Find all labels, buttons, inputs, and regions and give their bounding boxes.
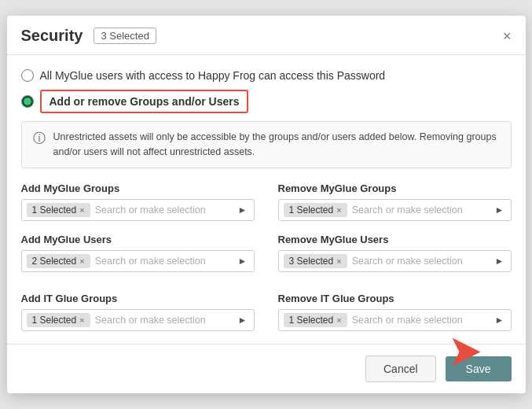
remove-myglue-users-chip-remove[interactable]: × [336,256,341,266]
remove-myglue-users-label: Remove MyGlue Users [278,234,512,245]
security-modal: Security 3 Selected × All MyGlue users w… [7,16,526,393]
add-myglue-groups-placeholder: Search or make selection [95,204,232,216]
add-myglue-users-label: Add MyGlue Users [21,234,255,245]
add-it-groups-placeholder: Search or make selection [95,315,232,326]
close-button[interactable]: × [503,29,512,43]
add-myglue-groups-group: Add MyGlue Groups 1 Selected × Search or… [21,182,255,221]
add-it-groups-chip: 1 Selected × [27,313,90,327]
add-myglue-groups-chip: 1 Selected × [27,203,90,217]
remove-myglue-groups-chip: 1 Selected × [284,203,347,217]
remove-myglue-groups-input[interactable]: 1 Selected × Search or make selection ► [278,199,512,221]
add-myglue-groups-arrow[interactable]: ► [237,204,249,216]
remove-it-groups-arrow[interactable]: ► [493,315,506,326]
add-it-groups-label: Add IT Glue Groups [21,293,255,304]
remove-myglue-users-group: Remove MyGlue Users 3 Selected × Search … [278,234,512,272]
modal-title: Security [21,27,83,45]
remove-myglue-groups-group: Remove MyGlue Groups 1 Selected × Search… [278,182,512,221]
remove-myglue-users-chip: 3 Selected × [284,254,347,268]
add-myglue-groups-input[interactable]: 1 Selected × Search or make selection ► [21,199,255,221]
modal-header: Security 3 Selected × [7,16,526,55]
info-text: Unrestricted assets will only be accessi… [53,130,500,160]
add-myglue-users-chip: 2 Selected × [27,254,90,268]
add-myglue-users-arrow[interactable]: ► [237,256,249,267]
modal-footer: Cancel Save [7,344,526,393]
selected-badge: 3 Selected [94,28,156,44]
add-it-groups-group: Add IT Glue Groups 1 Selected × Search o… [21,293,255,331]
add-myglue-users-placeholder: Search or make selection [95,256,232,267]
save-button[interactable]: Save [446,356,512,381]
radio-option-2[interactable]: Add or remove Groups and/or Users [21,90,512,113]
remove-it-groups-input[interactable]: 1 Selected × Search or make selection ► [278,309,512,331]
add-myglue-users-chip-remove[interactable]: × [79,256,84,266]
remove-it-groups-label: Remove IT Glue Groups [278,293,512,304]
radio-option-2-label: Add or remove Groups and/or Users [50,95,240,108]
info-icon: ⓘ [33,131,46,147]
remove-it-groups-chip-remove[interactable]: × [336,315,341,325]
remove-myglue-users-placeholder: Search or make selection [352,256,489,267]
add-myglue-groups-label: Add MyGlue Groups [21,182,255,194]
info-box: ⓘ Unrestricted assets will only be acces… [21,121,512,168]
modal-body: All MyGlue users with access to Happy Fr… [7,55,526,344]
remove-it-groups-chip: 1 Selected × [284,313,347,327]
remove-myglue-users-input[interactable]: 3 Selected × Search or make selection ► [278,250,512,272]
radio-all-users[interactable] [21,69,34,82]
remove-myglue-groups-arrow[interactable]: ► [493,204,506,216]
remove-myglue-groups-label: Remove MyGlue Groups [278,182,512,194]
add-myglue-users-group: Add MyGlue Users 2 Selected × Search or … [21,234,255,272]
remove-it-groups-group: Remove IT Glue Groups 1 Selected × Searc… [278,293,512,331]
radio-option-1-label: All MyGlue users with access to Happy Fr… [40,69,386,82]
add-myglue-groups-chip-remove[interactable]: × [79,205,84,215]
radio-option-1[interactable]: All MyGlue users with access to Happy Fr… [21,69,512,82]
add-it-groups-chip-remove[interactable]: × [79,315,84,325]
add-it-groups-input[interactable]: 1 Selected × Search or make selection ► [21,309,255,331]
remove-myglue-groups-chip-remove[interactable]: × [336,205,341,215]
remove-it-groups-placeholder: Search or make selection [352,315,489,326]
radio-option-2-box: Add or remove Groups and/or Users [40,90,249,113]
remove-myglue-users-arrow[interactable]: ► [493,256,506,267]
add-myglue-users-input[interactable]: 2 Selected × Search or make selection ► [21,250,255,272]
fields-grid: Add MyGlue Groups 1 Selected × Search or… [21,182,512,331]
cancel-button[interactable]: Cancel [365,356,436,382]
add-it-groups-arrow[interactable]: ► [237,315,249,326]
radio-add-remove[interactable] [21,95,34,108]
remove-myglue-groups-placeholder: Search or make selection [352,204,489,216]
